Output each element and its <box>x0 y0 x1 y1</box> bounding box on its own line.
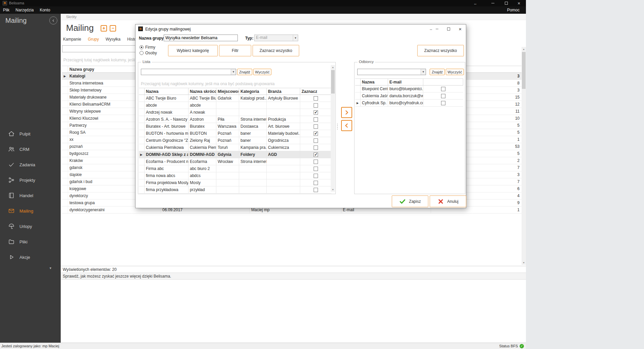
column-header-branza[interactable]: Branża <box>267 88 300 95</box>
column-header-email[interactable]: E-mail <box>388 79 423 85</box>
horizontal-resize-icon[interactable]: ↔ <box>471 0 480 6</box>
chevron-down-icon[interactable]: ▼ <box>231 69 236 75</box>
sidebar-item-crm[interactable]: CRM <box>0 141 61 157</box>
select-all-button[interactable]: Zaznacz wszystko <box>253 45 299 56</box>
tab[interactable]: Grupy <box>88 37 99 44</box>
add-group-button[interactable]: + <box>101 25 107 32</box>
lista-clear-button[interactable]: Wyczyść <box>253 69 271 75</box>
scrollbar-thumb[interactable] <box>522 52 526 89</box>
row-checkbox[interactable] <box>314 103 318 108</box>
row-checkbox[interactable] <box>314 96 318 101</box>
lista-find-button[interactable]: Znajdź <box>237 69 252 75</box>
chevron-down-icon[interactable]: ▼ <box>421 69 426 75</box>
sidebar-item-zadania[interactable]: Zadania <box>0 157 61 172</box>
horizontal-resize-icon[interactable]: ↔ <box>428 25 434 32</box>
scrollbar-thumb[interactable] <box>331 70 335 94</box>
column-header-nazwa[interactable]: Nazwa <box>145 88 189 95</box>
radio-osoby[interactable]: Osoby <box>140 51 157 55</box>
menu-pomoc[interactable]: Pomoc <box>504 8 523 12</box>
row-checkbox[interactable] <box>314 153 318 157</box>
company-row[interactable]: Biuratex - Art. biurowe Biuratex Warszaw… <box>139 123 331 130</box>
lista-vertical-scrollbar[interactable]: ▲ ▼ <box>331 65 335 192</box>
window-close-button[interactable]: × <box>515 0 523 6</box>
row-checkbox[interactable] <box>314 188 318 192</box>
company-row[interactable]: Firma abc abc biuro 2 <box>139 165 331 172</box>
radio-firmy[interactable]: Firmy <box>140 45 155 50</box>
column-header-zaznacz[interactable]: Zaznacz <box>300 88 331 95</box>
dialog-minimize-button[interactable] <box>434 25 440 32</box>
row-checkbox[interactable] <box>314 160 318 164</box>
sidebar-item-urlopy[interactable]: Urlopy <box>0 219 61 234</box>
choose-category-button[interactable]: Wybierz kategorię <box>168 45 218 56</box>
row-checkbox[interactable] <box>314 146 318 150</box>
menu-plik[interactable]: Plik <box>0 8 12 12</box>
company-row[interactable]: ABC Twoje Biuro ABC Twoje Biur... Gdańsk… <box>139 95 331 102</box>
company-row[interactable]: Ecofarma - Producent na... Ecofarma Wroc… <box>139 158 331 165</box>
recipient-row[interactable]: Cukiernia Jaśm... danuta.borczuk@wp.pl <box>355 93 463 100</box>
tab[interactable]: Kampanie <box>63 37 81 44</box>
sidebar-item-pliki[interactable]: Pliki <box>0 234 61 249</box>
shortcuts-bar[interactable]: Skróty <box>61 14 526 20</box>
sidebar-item-akcje[interactable]: Akcje <box>0 249 61 265</box>
promo-banner[interactable]: Sprawdź, jak możesz zyskać jeszcze więce… <box>61 273 526 280</box>
column-header-nazwa-skrocona[interactable]: Nazwa skrócona <box>189 88 216 95</box>
main-vertical-scrollbar[interactable]: ▲ ▼ <box>522 47 526 265</box>
sidebar-collapse-button[interactable] <box>49 16 57 24</box>
sidebar-more-caret-icon[interactable]: ▼ <box>49 267 52 270</box>
row-checkbox[interactable] <box>314 138 318 143</box>
radio-button-icon[interactable] <box>140 51 144 55</box>
company-row[interactable]: Cukiernia Piernikowa Cukiernia Piern... … <box>139 144 331 151</box>
row-checkbox[interactable] <box>314 174 318 178</box>
company-row[interactable]: Firma projektowa Mosty Mosty <box>139 179 331 186</box>
company-row[interactable]: Andrzej nowak A nowak <box>139 109 331 116</box>
sidebar-item-projekty[interactable]: Projekty <box>0 172 61 188</box>
company-row[interactable]: abcde abcde <box>139 102 331 109</box>
recipient-row[interactable]: Cyfrodruk Sp. ... biuro@cyfrodruk.co... <box>355 100 463 107</box>
scroll-down-icon[interactable]: ▼ <box>522 260 526 265</box>
row-checkbox[interactable] <box>314 167 318 171</box>
column-header-miejscowosc[interactable]: Miejscowość <box>216 88 239 95</box>
move-left-button[interactable] <box>341 120 352 131</box>
company-row[interactable]: DOMINI-AGD Sklep z art... DOMINI-AGD Gdy… <box>139 151 331 158</box>
scroll-down-icon[interactable]: ▼ <box>331 187 335 192</box>
menu-narzedzia[interactable]: Narzędzia <box>12 8 37 12</box>
select-all-recipients-button[interactable]: Zaznacz wszystko <box>417 45 464 56</box>
company-row[interactable]: Centrum Ogrodnicze "Zie... Zielony Raj P… <box>139 137 331 144</box>
remove-group-button[interactable]: − <box>110 25 116 32</box>
splitter-grip-icon[interactable] <box>337 124 338 129</box>
lista-filter-select[interactable]: ▼ <box>141 69 236 75</box>
sidebar-item-mailing[interactable]: Mailing <box>0 203 61 219</box>
save-button[interactable]: Zapisz <box>392 195 428 207</box>
row-checkbox[interactable] <box>314 117 318 122</box>
sidebar-item-pulpit[interactable]: Pulpit <box>0 126 61 141</box>
row-checkbox[interactable] <box>441 87 445 91</box>
column-header-blank[interactable] <box>423 79 463 85</box>
filter-button[interactable]: Filtr <box>219 45 251 56</box>
recipient-row[interactable]: Bluepoint Cent... biuro@bluepointci.pl <box>355 85 463 93</box>
row-checkbox[interactable] <box>314 181 318 185</box>
tab[interactable]: Wysyłka <box>106 37 121 44</box>
dialog-maximize-button[interactable] <box>445 25 452 32</box>
move-right-button[interactable] <box>341 107 352 118</box>
cancel-button[interactable]: Anuluj <box>430 195 466 207</box>
scroll-up-icon[interactable]: ▲ <box>331 65 335 69</box>
odbiorcy-find-button[interactable]: Znajdź <box>430 69 445 75</box>
menu-konto[interactable]: Konto <box>37 8 53 12</box>
sidebar-item-handel[interactable]: Handel <box>0 188 61 203</box>
odbiorcy-filter-select[interactable]: ▼ <box>357 69 426 75</box>
company-row[interactable]: BUDTON - hurtownia ma... BUDTON Poznań b… <box>139 130 331 137</box>
column-header-kategoria[interactable]: Kategoria <box>239 88 267 95</box>
row-checkbox[interactable] <box>441 94 445 98</box>
company-row[interactable]: firma nowa abcs abdcs <box>139 172 331 179</box>
radio-button-icon[interactable] <box>140 45 144 49</box>
row-checkbox[interactable] <box>314 124 318 129</box>
window-maximize-button[interactable] <box>502 0 511 6</box>
row-checkbox[interactable] <box>314 131 318 136</box>
company-row[interactable]: Azotron S. A. - Nawozy d... Azotron Piła… <box>139 116 331 123</box>
row-checkbox[interactable] <box>314 110 318 115</box>
window-minimize-button[interactable] <box>488 0 497 6</box>
group-name-input[interactable] <box>164 35 238 41</box>
company-row[interactable]: firma przykładowa przykład <box>139 186 331 193</box>
column-header-nazwa[interactable]: Nazwa <box>361 79 388 85</box>
scroll-up-icon[interactable]: ▲ <box>522 47 526 51</box>
